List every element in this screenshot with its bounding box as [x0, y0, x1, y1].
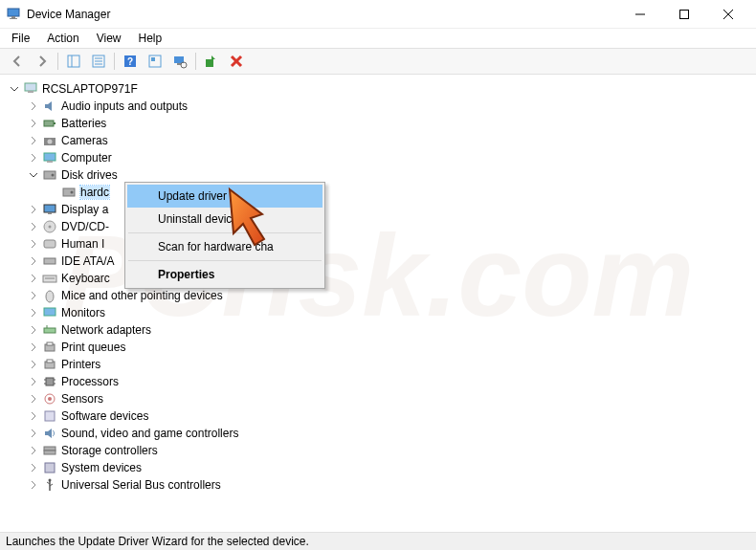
svg-text:?: ? — [127, 56, 133, 67]
expand-icon[interactable] — [8, 82, 21, 96]
menu-file[interactable]: File — [4, 30, 37, 47]
update-driver-button[interactable] — [200, 50, 223, 73]
expand-icon[interactable] — [27, 409, 40, 423]
svg-rect-2 — [10, 18, 17, 19]
svg-rect-44 — [44, 308, 56, 316]
expand-icon[interactable] — [27, 375, 40, 388]
forward-button[interactable] — [31, 50, 54, 73]
svg-rect-58 — [45, 411, 55, 421]
tree-root[interactable]: RCSLAPTOP971F — [4, 80, 752, 98]
expand-icon[interactable] — [27, 151, 40, 165]
back-button[interactable] — [6, 50, 29, 73]
menu-view[interactable]: View — [89, 30, 129, 47]
device-icon — [42, 271, 57, 286]
show-hide-button[interactable] — [62, 50, 85, 73]
tree-category-label: Mice and other pointing devices — [61, 289, 223, 302]
svg-rect-45 — [44, 328, 56, 333]
tree-category[interactable]: Monitors — [4, 304, 752, 321]
expand-icon[interactable] — [27, 203, 40, 216]
uninstall-button[interactable] — [225, 50, 248, 73]
device-icon — [42, 236, 57, 252]
svg-rect-60 — [44, 451, 56, 454]
tree-category[interactable]: Cameras — [4, 132, 752, 149]
maximize-button[interactable] — [662, 0, 706, 29]
context-menu-item[interactable]: Properties — [127, 263, 322, 286]
menu-help[interactable]: Help — [131, 30, 170, 47]
svg-point-43 — [46, 291, 54, 302]
expand-icon[interactable] — [27, 134, 40, 147]
close-button[interactable] — [706, 0, 750, 29]
tree-category-label: Disk drives — [61, 168, 118, 182]
tree-device[interactable]: hardc — [4, 184, 752, 201]
expand-icon[interactable] — [27, 306, 40, 319]
expand-icon[interactable] — [27, 99, 40, 113]
tree-category[interactable]: DVD/CD- — [4, 218, 752, 235]
tree-category-label: Printers — [61, 358, 100, 371]
app-icon — [6, 7, 21, 22]
tree-category-label: Human I — [61, 237, 104, 251]
tree-category-label: Computer — [61, 151, 112, 165]
tree-category[interactable]: Sound, video and game controllers — [4, 425, 752, 442]
tree-category[interactable]: Network adapters — [4, 321, 752, 339]
tree-category-label: Network adapters — [61, 323, 151, 337]
minimize-button[interactable] — [618, 0, 662, 29]
expand-icon[interactable] — [27, 220, 40, 233]
expand-icon[interactable] — [27, 358, 40, 371]
properties-button[interactable] — [87, 50, 110, 73]
svg-point-28 — [48, 140, 53, 144]
titlebar: Device Manager — [0, 0, 756, 29]
expand-icon[interactable] — [27, 478, 40, 492]
expand-icon[interactable] — [27, 323, 40, 337]
tree-category[interactable]: Print queues — [4, 339, 752, 356]
annotation-arrow — [224, 186, 281, 255]
scan-hardware-button[interactable] — [168, 50, 191, 73]
svg-rect-26 — [54, 122, 56, 124]
expand-icon[interactable] — [27, 117, 40, 130]
tree-category[interactable]: Processors — [4, 373, 752, 390]
svg-rect-0 — [8, 9, 19, 16]
tree-category[interactable]: Universal Serial Bus controllers — [4, 476, 752, 494]
expand-icon[interactable] — [27, 392, 40, 406]
tree-category[interactable]: Computer — [4, 149, 752, 166]
action-button[interactable] — [144, 50, 167, 73]
tree-category[interactable]: Mice and other pointing devices — [4, 287, 752, 304]
svg-rect-39 — [44, 240, 56, 248]
svg-rect-29 — [44, 153, 56, 161]
help-button[interactable]: ? — [119, 50, 142, 73]
expand-icon[interactable] — [27, 341, 40, 354]
device-icon — [42, 202, 57, 217]
tree-category[interactable]: Disk drives — [4, 166, 752, 184]
device-tree[interactable]: RCSLAPTOP971F Audio inputs and outputsBa… — [0, 75, 756, 532]
tree-category[interactable]: IDE ATA/A — [4, 253, 752, 270]
tree-category-label: Universal Serial Bus controllers — [61, 478, 221, 492]
device-icon — [42, 322, 57, 338]
svg-rect-35 — [44, 205, 56, 212]
tree-category[interactable]: Keyboarc — [4, 270, 752, 287]
tree-category[interactable]: Printers — [4, 356, 752, 373]
tree-category-label: Display a — [61, 203, 108, 216]
device-icon — [42, 408, 57, 424]
device-icon — [42, 219, 57, 234]
tree-category[interactable]: Display a — [4, 201, 752, 218]
device-icon — [42, 460, 57, 475]
tree-category[interactable]: Batteries — [4, 115, 752, 132]
tree-category[interactable]: Software devices — [4, 407, 752, 425]
tree-category[interactable]: Human I — [4, 235, 752, 253]
svg-rect-23 — [25, 83, 36, 91]
expand-icon[interactable] — [27, 168, 40, 182]
expand-icon[interactable] — [27, 461, 40, 474]
tree-category[interactable]: Storage controllers — [4, 442, 752, 459]
menubar: File Action View Help — [0, 29, 756, 48]
svg-rect-59 — [44, 447, 56, 451]
device-icon — [42, 116, 57, 131]
expand-icon[interactable] — [27, 254, 40, 268]
menu-action[interactable]: Action — [39, 30, 86, 47]
expand-icon[interactable] — [27, 237, 40, 251]
expand-icon[interactable] — [27, 272, 40, 285]
tree-category[interactable]: Audio inputs and outputs — [4, 98, 752, 115]
expand-icon[interactable] — [27, 289, 40, 302]
tree-category[interactable]: System devices — [4, 459, 752, 476]
expand-icon[interactable] — [27, 427, 40, 440]
expand-icon[interactable] — [27, 444, 40, 457]
tree-category[interactable]: Sensors — [4, 390, 752, 407]
